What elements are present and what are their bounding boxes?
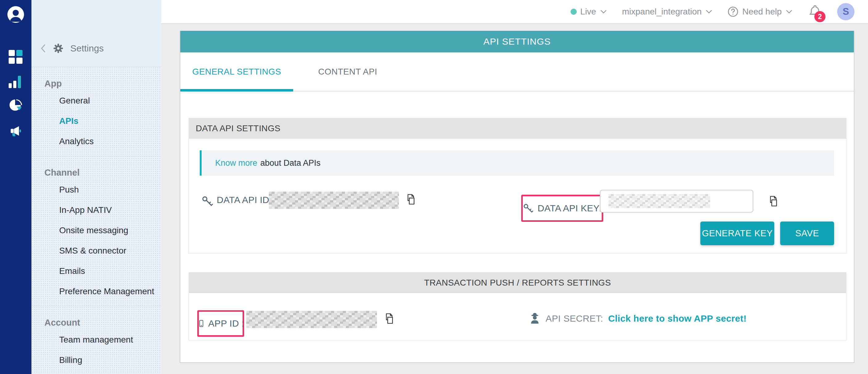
notifications-bell[interactable]: 2 [808, 4, 823, 20]
key-icon [201, 195, 213, 207]
sidebar-section-channel: Channel Push In-App NATIV Onsite messagi… [31, 156, 161, 306]
sidebar-item-apis[interactable]: APIs [31, 111, 161, 131]
project-name: mixpanel_integration [622, 7, 702, 16]
know-more-banner: Know more about Data APIs [200, 150, 834, 176]
dashboard-icon[interactable] [9, 50, 23, 64]
page-title: API SETTINGS [180, 31, 854, 53]
data-api-key-value-redacted [609, 194, 710, 208]
help-label: Need help [742, 7, 782, 16]
data-api-key-input[interactable] [600, 190, 753, 212]
pie-chart-icon[interactable] [9, 99, 23, 113]
data-api-key-highlight-box: DATA API KEY: [521, 195, 603, 222]
transaction-push-section: TRANSACTION PUSH / REPORTS SETTINGS APP … [189, 272, 846, 340]
help-dropdown[interactable]: Need help [727, 6, 793, 17]
copy-data-api-key-icon[interactable] [768, 195, 778, 207]
section-header-app: App [31, 76, 161, 91]
data-api-section-header: DATA API SETTINGS [189, 118, 846, 139]
chevron-down-icon [600, 9, 607, 14]
chevron-down-icon [785, 9, 793, 14]
sidebar-item-push[interactable]: Push [31, 180, 161, 200]
gear-icon [53, 43, 63, 54]
sidebar-item-onsite-messaging[interactable]: Onsite messaging [31, 220, 161, 241]
question-circle-icon [727, 6, 739, 17]
app-id-label: APP ID : [208, 318, 244, 329]
data-api-settings-section: DATA API SETTINGS Know more about Data A… [189, 118, 846, 253]
sidebar-item-team-management[interactable]: Team management [31, 330, 161, 350]
data-api-id-value-redacted [269, 192, 399, 209]
user-avatar[interactable]: S [837, 3, 855, 20]
sidebar-item-emails[interactable]: Emails [31, 261, 161, 281]
section-header-channel: Channel [31, 165, 161, 180]
sidebar-item-sms-connector[interactable]: SMS & connector [31, 241, 161, 261]
project-dropdown[interactable]: mixpanel_integration [622, 7, 713, 16]
section-header-account: Account [31, 315, 161, 330]
sidebar-item-inapp-nativ[interactable]: In-App NATIV [31, 200, 161, 220]
live-status-dot [570, 9, 577, 15]
notification-badge: 2 [814, 11, 826, 22]
campaign-megaphone-icon[interactable] [9, 124, 23, 138]
sidebar-title: Settings [70, 43, 103, 54]
tab-general-settings[interactable]: GENERAL SETTINGS [180, 53, 293, 91]
top-bar: Live mixpanel_integration Need help 2 S [161, 0, 868, 24]
back-chevron-icon[interactable] [40, 44, 46, 53]
environment-dropdown[interactable]: Live [570, 7, 607, 16]
brand-logo-icon[interactable] [7, 6, 24, 23]
app-rail [0, 0, 31, 374]
data-api-key-label: DATA API KEY: [537, 203, 602, 213]
save-button[interactable]: SAVE [780, 222, 834, 245]
know-more-link[interactable]: Know more [215, 158, 257, 168]
tab-content-api[interactable]: CONTENT API [298, 53, 398, 91]
generate-key-button[interactable]: GENERATE KEY [700, 222, 774, 245]
sidebar-item-general[interactable]: General [31, 91, 161, 111]
api-secret-label: API SECRET: [546, 313, 603, 324]
sidebar-item-preference-management[interactable]: Preference Management [31, 281, 161, 302]
sidebar-section-account: Account Team management Billing [31, 306, 161, 374]
sidebar-header: Settings [31, 0, 161, 67]
app-id-highlight-box: APP ID : [197, 310, 244, 337]
api-settings-card: API SETTINGS GENERAL SETTINGS CONTENT AP… [180, 31, 855, 363]
phone-icon [197, 319, 205, 328]
key-icon [523, 203, 533, 213]
copy-data-api-id-icon[interactable] [405, 194, 416, 205]
show-app-secret-link[interactable]: Click here to show APP secret! [608, 313, 747, 324]
transaction-section-header: TRANSACTION PUSH / REPORTS SETTINGS [189, 273, 846, 293]
banner-text: about Data APIs [260, 158, 320, 168]
chevron-down-icon [705, 9, 713, 14]
tab-bar: GENERAL SETTINGS CONTENT API [180, 53, 854, 92]
analytics-chart-icon[interactable] [9, 74, 23, 88]
app-id-value-redacted [246, 311, 377, 328]
sidebar-section-app: App General APIs Analytics [31, 67, 161, 156]
spy-icon [528, 311, 541, 325]
content-area: API SETTINGS GENERAL SETTINGS CONTENT AP… [161, 24, 868, 374]
live-label: Live [581, 7, 596, 16]
sidebar-item-analytics[interactable]: Analytics [31, 131, 161, 151]
settings-sidebar: Settings App General APIs Analytics Chan… [31, 0, 161, 374]
data-api-id-label: DATA API ID: [217, 195, 272, 205]
copy-app-id-icon[interactable] [384, 313, 394, 325]
sidebar-item-billing[interactable]: Billing [31, 350, 161, 370]
